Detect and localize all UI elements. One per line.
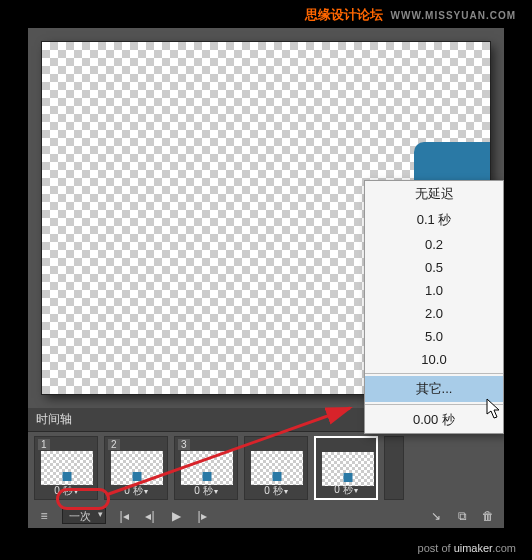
- menu-item-0-1[interactable]: 0.1 秒: [365, 207, 503, 233]
- first-frame-icon[interactable]: |◂: [116, 509, 132, 523]
- loop-select-wrap[interactable]: 一次: [62, 508, 106, 524]
- next-frame-icon[interactable]: |▸: [194, 509, 210, 523]
- menu-item-5-0[interactable]: 5.0: [365, 325, 503, 348]
- frame-thumb: [322, 452, 374, 486]
- frame-2[interactable]: 2 0 秒▾: [104, 436, 168, 500]
- menu-item-0-2[interactable]: 0.2: [365, 233, 503, 256]
- frame-thumb: [111, 451, 163, 485]
- frame-number: 1: [38, 439, 50, 450]
- prev-frame-icon[interactable]: ◂|: [142, 509, 158, 523]
- annotation-circle: [56, 488, 110, 510]
- menu-item-other[interactable]: 其它...: [365, 376, 503, 402]
- duplicate-frame-icon[interactable]: ⧉: [454, 509, 470, 523]
- menu-item-2-0[interactable]: 2.0: [365, 302, 503, 325]
- menu-item-no-delay[interactable]: 无延迟: [365, 181, 503, 207]
- menu-icon[interactable]: ≡: [36, 509, 52, 523]
- frame-thumb: [251, 451, 303, 485]
- cursor-icon: [486, 398, 502, 420]
- frame-thumb: [41, 451, 93, 485]
- frame-thumb: [181, 451, 233, 485]
- frame-number: 2: [108, 439, 120, 450]
- menu-item-0-5[interactable]: 0.5: [365, 256, 503, 279]
- frame-delay[interactable]: 0 秒▾: [175, 484, 237, 498]
- frame-partial[interactable]: [384, 436, 404, 500]
- watermark-bottom: post of uimaker.com: [418, 542, 516, 554]
- menu-item-10-0[interactable]: 10.0: [365, 348, 503, 371]
- watermark-top: 思缘设计论坛 WWW.MISSYUAN.COM: [305, 6, 516, 24]
- frame-4[interactable]: 0 秒▾: [244, 436, 308, 500]
- loop-select[interactable]: 一次: [62, 508, 106, 524]
- menu-separator: [365, 373, 503, 374]
- menu-item-current[interactable]: 0.00 秒: [365, 407, 503, 433]
- frame-3[interactable]: 3 0 秒▾: [174, 436, 238, 500]
- delete-frame-icon[interactable]: 🗑: [480, 509, 496, 523]
- frame-5-selected[interactable]: 0 秒▾: [314, 436, 378, 500]
- play-icon[interactable]: ▶: [168, 509, 184, 523]
- frame-number: 3: [178, 439, 190, 450]
- frame-delay[interactable]: 0 秒▾: [245, 484, 307, 498]
- delay-menu: 无延迟 0.1 秒 0.2 0.5 1.0 2.0 5.0 10.0 其它...…: [364, 180, 504, 434]
- timeline-title: 时间轴: [36, 411, 72, 428]
- frame-delay[interactable]: 0 秒▾: [105, 484, 167, 498]
- menu-item-1-0[interactable]: 1.0: [365, 279, 503, 302]
- tween-icon[interactable]: ↘: [428, 509, 444, 523]
- menu-separator: [365, 404, 503, 405]
- frame-delay[interactable]: 0 秒▾: [316, 483, 376, 497]
